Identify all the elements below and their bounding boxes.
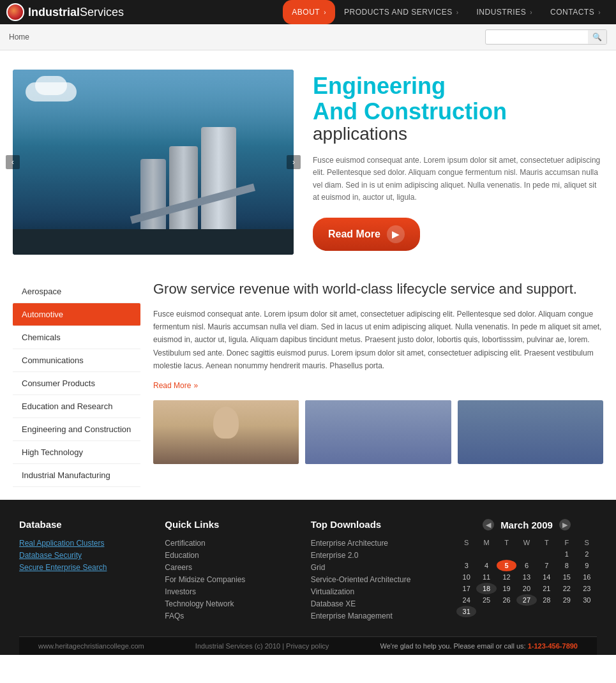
content-read-more-link[interactable]: Read More » — [153, 381, 198, 390]
footer-quicklink-item[interactable]: Technology Network — [165, 599, 291, 608]
hero-read-more-button[interactable]: Read More ▶ — [313, 218, 420, 251]
calendar-day[interactable]: 16 — [577, 571, 597, 583]
calendar-day[interactable]: 25 — [476, 594, 496, 606]
footer-contact-text: We're glad to help you. Please email or … — [380, 642, 578, 650]
calendar-title: March 2009 — [500, 520, 553, 530]
calendar-day[interactable]: 24 — [456, 594, 476, 606]
calendar-day[interactable]: 31 — [456, 606, 476, 617]
sidebar-item-chemicals[interactable]: Chemicals — [13, 326, 140, 349]
sidebar-item-aerospace[interactable]: Aerospace — [13, 280, 140, 303]
read-more-arrow-icon: ▶ — [387, 225, 405, 243]
footer-download-item[interactable]: Enterprise Architecture — [311, 539, 437, 548]
search-button[interactable]: 🔍 — [588, 30, 606, 44]
calendar-day[interactable]: 3 — [456, 560, 476, 571]
calendar-day[interactable]: 22 — [557, 583, 576, 594]
calendar-day-header: M — [476, 537, 496, 548]
calendar-day[interactable]: 27 — [516, 594, 536, 606]
footer-quicklink-item[interactable]: For Midsize Companies — [165, 575, 291, 584]
nav-item-about[interactable]: ABOUT› — [283, 0, 335, 24]
calendar-day[interactable]: 21 — [537, 583, 557, 594]
footer-download-item[interactable]: Virtualization — [311, 587, 437, 596]
search-input[interactable] — [486, 31, 588, 43]
sidebar-item-engineering-and-construction[interactable]: Engineering and Construction — [13, 418, 140, 441]
calendar-day-header: F — [557, 537, 576, 548]
content-area: Grow service revenue with world-class li… — [153, 280, 603, 487]
sidebar-item-automotive[interactable]: Automotive — [13, 303, 140, 326]
breadcrumb[interactable]: Home — [9, 33, 29, 41]
sidebar-item-high-technology[interactable]: High Technology — [13, 441, 140, 464]
content-description: Fusce euismod consequat ante. Lorem ipsu… — [153, 308, 603, 373]
calendar-day[interactable]: 26 — [497, 594, 516, 606]
calendar-day — [516, 606, 536, 617]
calendar-day[interactable]: 7 — [537, 560, 557, 571]
sidebar-item-industrial-manufacturing[interactable]: Industrial Manufacturing — [13, 464, 140, 487]
calendar-day — [537, 548, 557, 560]
footer-quicklink-item[interactable]: Careers — [165, 563, 291, 572]
footer-db-link[interactable]: Database Security — [19, 551, 146, 560]
footer-quicklink-item[interactable]: FAQs — [165, 612, 291, 620]
calendar-day[interactable]: 6 — [516, 560, 536, 571]
hero-description: Fusce euismod consequat ante. Lorem ipsu… — [313, 154, 603, 204]
calendar-prev-button[interactable]: ◀ — [483, 519, 494, 530]
calendar-day — [577, 606, 597, 617]
calendar-day[interactable]: 15 — [557, 571, 576, 583]
footer-quicklinks-col: Quick Links CertificationEducationCareer… — [165, 519, 291, 624]
calendar-day[interactable]: 1 — [557, 548, 576, 560]
site-name: IndustrialServices — [28, 6, 124, 19]
calendar-day[interactable]: 8 — [557, 560, 576, 571]
footer-download-item[interactable]: Database XE — [311, 599, 437, 608]
nav-menu: ABOUT›PRODUCTS AND SERVICES›INDUSTRIES›C… — [283, 0, 610, 24]
calendar-next-button[interactable]: ▶ — [559, 519, 571, 530]
footer-db-link[interactable]: Secure Enterprise Search — [19, 563, 146, 572]
footer-bottom: www.heritagechristiancollege.com Industr… — [19, 636, 597, 655]
calendar-day[interactable]: 10 — [456, 571, 476, 583]
content-images — [153, 400, 603, 464]
calendar-day[interactable]: 28 — [537, 594, 557, 606]
calendar-day[interactable]: 4 — [476, 560, 496, 571]
footer-quicklink-item[interactable]: Investors — [165, 587, 291, 596]
footer-downloads-title: Top Downloads — [311, 519, 437, 530]
sidebar-item-education-and-research[interactable]: Education and Research — [13, 395, 140, 418]
footer-download-item[interactable]: Service-Oriented Architecture — [311, 575, 437, 584]
read-more-label: Read More — [328, 229, 380, 240]
calendar-day — [557, 606, 576, 617]
calendar-day — [537, 606, 557, 617]
calendar-day[interactable]: 11 — [476, 571, 496, 583]
calendar-day[interactable]: 12 — [497, 571, 516, 583]
nav-item-products-and-services[interactable]: PRODUCTS AND SERVICES› — [335, 0, 468, 24]
footer-quicklink-item[interactable]: Certification — [165, 539, 291, 548]
footer-quicklink-item[interactable]: Education — [165, 551, 291, 560]
calendar-day[interactable]: 23 — [577, 583, 597, 594]
footer-url: www.heritagechristiancollege.com — [38, 642, 144, 650]
sidebar-item-communications[interactable]: Communications — [13, 349, 140, 372]
calendar-day[interactable]: 9 — [577, 560, 597, 571]
calendar-day[interactable]: 19 — [497, 583, 516, 594]
site-logo[interactable]: IndustrialServices — [6, 3, 124, 21]
content-image-2 — [305, 400, 451, 464]
calendar-day[interactable]: 13 — [516, 571, 536, 583]
calendar-day[interactable]: 18 — [476, 583, 496, 594]
calendar-day[interactable]: 5 — [497, 560, 516, 571]
calendar-day[interactable]: 17 — [456, 583, 476, 594]
hero-image — [13, 70, 294, 255]
calendar-day[interactable]: 30 — [577, 594, 597, 606]
calendar-day[interactable]: 14 — [537, 571, 557, 583]
slider-next-button[interactable]: › — [287, 155, 301, 169]
sidebar: AerospaceAutomotiveChemicalsCommunicatio… — [13, 280, 140, 487]
calendar-day[interactable]: 2 — [577, 548, 597, 560]
nav-item-industries[interactable]: INDUSTRIES› — [468, 0, 542, 24]
footer-downloads-col: Top Downloads Enterprise ArchitectureEnt… — [311, 519, 437, 624]
calendar-day-header: S — [456, 537, 476, 548]
footer-download-item[interactable]: Grid — [311, 563, 437, 572]
sidebar-item-consumer-products[interactable]: Consumer Products — [13, 372, 140, 395]
footer-db-link[interactable]: Real Application Clusters — [19, 539, 146, 548]
calendar-day — [497, 548, 516, 560]
slider-prev-button[interactable]: ‹ — [6, 155, 20, 169]
calendar-day[interactable]: 29 — [557, 594, 576, 606]
hero-slider: ‹ › — [13, 70, 294, 255]
footer-download-item[interactable]: Enterprise 2.0 — [311, 551, 437, 560]
nav-item-contacts[interactable]: CONTACTS› — [541, 0, 610, 24]
calendar-day[interactable]: 20 — [516, 583, 536, 594]
footer-download-item[interactable]: Enterprise Management — [311, 612, 437, 620]
search-box[interactable]: 🔍 — [485, 29, 607, 45]
